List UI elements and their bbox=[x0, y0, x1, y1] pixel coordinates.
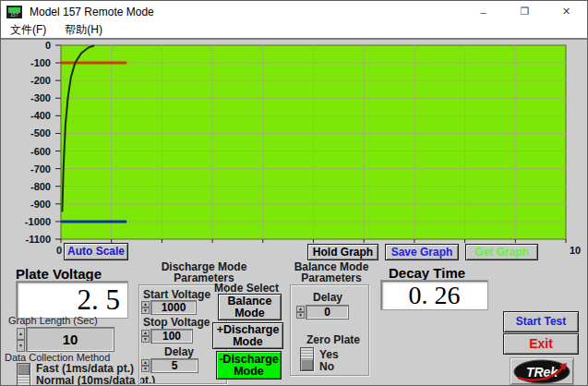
spin-up-icon[interactable]: ▲ bbox=[141, 359, 150, 366]
decay-graph bbox=[54, 42, 573, 247]
start-voltage-stepper[interactable]: ▲▼ bbox=[141, 301, 150, 314]
spin-down-icon[interactable]: ▼ bbox=[17, 340, 25, 352]
window-title: Model 157 Remote Mode bbox=[30, 6, 154, 18]
neg-discharge-mode-button[interactable]: -Discharge Mode bbox=[216, 351, 282, 380]
x-axis-label-max: 10 bbox=[570, 245, 581, 256]
minimize-button[interactable]: – bbox=[462, 1, 504, 22]
data-collection-option-normal[interactable]: Normal (10ms/data pt.) bbox=[36, 374, 155, 386]
spin-down-icon[interactable]: ▼ bbox=[141, 336, 150, 343]
button-label: -Discharge bbox=[219, 354, 279, 366]
menu-bar: 文件(F) 帮助(H) bbox=[1, 22, 587, 40]
balance-params-title-2: Parameters bbox=[285, 271, 378, 284]
y-axis-label: 0 bbox=[5, 40, 51, 51]
button-label: Mode bbox=[233, 336, 263, 348]
mode-select-label: Mode Select bbox=[214, 282, 279, 295]
x-axis-label-min: 0 bbox=[56, 245, 62, 256]
plate-voltage-title: Plate Voltage bbox=[16, 266, 102, 282]
y-axis-label: -700 bbox=[5, 163, 51, 175]
switch-slot bbox=[18, 375, 30, 385]
spin-up-icon[interactable]: ▲ bbox=[141, 301, 150, 308]
data-collection-option-fast[interactable]: Fast (1ms/data pt.) bbox=[36, 362, 134, 375]
discharge-delay-label: Delay bbox=[164, 345, 194, 358]
button-label: Balance bbox=[228, 296, 272, 308]
plate-voltage-display: 2. 5 bbox=[16, 281, 128, 319]
y-axis-label: -200 bbox=[5, 75, 51, 86]
start-test-button[interactable]: Start Test bbox=[503, 311, 579, 332]
button-label: +Discharge bbox=[217, 324, 280, 336]
stop-voltage-stepper[interactable]: ▲▼ bbox=[141, 330, 150, 343]
zero-plate-option-no[interactable]: No bbox=[319, 360, 334, 373]
start-voltage-label: Start Voltage bbox=[143, 288, 210, 301]
graph-length-value[interactable]: 10 bbox=[26, 327, 114, 352]
spin-up-icon[interactable]: ▲ bbox=[17, 328, 25, 340]
spin-down-icon[interactable]: ▼ bbox=[141, 366, 150, 372]
y-axis-label: -800 bbox=[5, 181, 51, 192]
balance-delay-value[interactable]: 0 bbox=[306, 305, 349, 320]
save-graph-button[interactable]: Save Graph bbox=[385, 244, 459, 260]
graph-length-label: Graph Length (Sec) bbox=[8, 315, 98, 326]
title-bar[interactable]: 157 Model 157 Remote Mode – ❐ ✕ bbox=[1, 1, 587, 22]
y-axis-label: -900 bbox=[5, 199, 51, 210]
decay-time-display: 0. 26 bbox=[380, 280, 488, 310]
y-axis-label: -500 bbox=[5, 127, 51, 139]
y-axis-label: -300 bbox=[5, 92, 51, 103]
graph-length-stepper[interactable]: ▲▼ bbox=[17, 328, 25, 352]
start-voltage-value[interactable]: 1000 bbox=[150, 300, 197, 315]
zero-plate-option-yes[interactable]: Yes bbox=[319, 348, 339, 361]
app-window: 157 Model 157 Remote Mode – ❐ ✕ 文件(F) 帮助… bbox=[0, 0, 588, 386]
y-axis-label: -400 bbox=[5, 110, 51, 121]
maximize-button[interactable]: ❐ bbox=[504, 1, 546, 22]
y-axis-label: -100 bbox=[5, 57, 51, 68]
exit-button[interactable]: Exit bbox=[503, 333, 579, 355]
balance-delay-label: Delay bbox=[313, 291, 342, 304]
stop-voltage-label: Stop Voltage bbox=[143, 316, 210, 329]
switch-knob bbox=[301, 359, 313, 370]
spin-up-icon[interactable]: ▲ bbox=[296, 306, 305, 312]
button-label: Mode bbox=[234, 366, 264, 378]
button-label: Mode bbox=[234, 308, 265, 320]
menu-help[interactable]: 帮助(H) bbox=[55, 22, 112, 38]
decay-time-title: Decay Time bbox=[389, 265, 465, 281]
svg-text:TRek: TRek bbox=[526, 364, 558, 379]
spin-down-icon[interactable]: ▼ bbox=[296, 312, 305, 319]
close-button[interactable]: ✕ bbox=[546, 1, 587, 22]
zero-plate-switch[interactable] bbox=[300, 347, 314, 371]
trek-logo: TRek bbox=[510, 357, 574, 385]
stop-voltage-value[interactable]: 100 bbox=[150, 329, 193, 344]
menu-file[interactable]: 文件(F) bbox=[1, 22, 55, 38]
balance-mode-button[interactable]: Balance Mode bbox=[218, 294, 282, 320]
app-icon-text: 157 bbox=[7, 12, 21, 18]
data-collection-switch[interactable] bbox=[17, 363, 30, 386]
spin-up-icon[interactable]: ▲ bbox=[141, 330, 150, 336]
trek-logo-icon: TRek bbox=[512, 359, 571, 384]
y-axis-label: -1000 bbox=[5, 216, 51, 227]
switch-knob bbox=[18, 364, 30, 375]
app-icon: 157 bbox=[6, 6, 22, 18]
zero-plate-label: Zero Plate bbox=[306, 333, 360, 346]
pos-discharge-mode-button[interactable]: +Discharge Mode bbox=[212, 322, 283, 349]
decay-graph-canvas bbox=[54, 42, 573, 247]
y-axis-label: -600 bbox=[5, 146, 51, 157]
y-axis-label: -1100 bbox=[5, 234, 51, 245]
auto-scale-button[interactable]: Auto Scale bbox=[64, 243, 128, 260]
balance-delay-stepper[interactable]: ▲▼ bbox=[296, 306, 305, 319]
hold-graph-button[interactable]: Hold Graph bbox=[307, 244, 378, 260]
discharge-delay-stepper[interactable]: ▲▼ bbox=[141, 359, 150, 372]
switch-slot bbox=[301, 348, 313, 359]
spin-down-icon[interactable]: ▼ bbox=[141, 308, 150, 314]
discharge-delay-value[interactable]: 5 bbox=[150, 358, 198, 373]
get-graph-button[interactable]: Get Graph bbox=[465, 244, 538, 260]
